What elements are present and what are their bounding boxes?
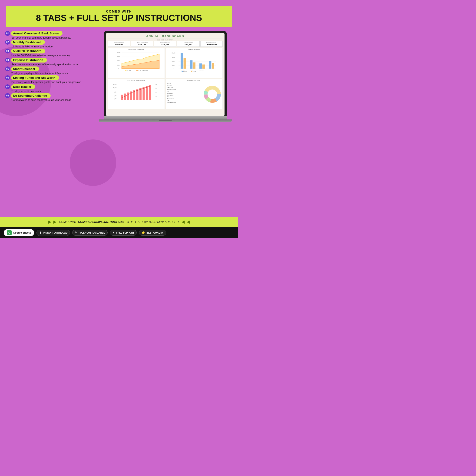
footer-text-plain: COMES WITH xyxy=(59,220,78,224)
budget-card-1: ANNUAL EXPENSES $58,105 xyxy=(131,41,153,47)
svg-text:INCOME: INCOME xyxy=(127,70,131,71)
star-icon: ⭐ xyxy=(142,231,145,234)
svg-text:25,000: 25,000 xyxy=(171,65,175,66)
feature-number-03: 03 xyxy=(5,49,10,53)
footer-arrow-right: ◄◄ xyxy=(181,219,191,225)
svg-text:10,000: 10,000 xyxy=(113,87,117,88)
dashboard-title: ANNUAL DASHBOARD xyxy=(108,35,223,38)
header-main-label: 8 TABS + FULL SET UP INSTRUCTIONS xyxy=(13,13,225,23)
svg-rect-50 xyxy=(121,95,123,100)
feature-label-06: Sinking Funds and Net Worth xyxy=(11,75,59,80)
customizable-badge[interactable]: ✎ FULLY CUSTOMIZABLE xyxy=(72,230,107,236)
laptop-base xyxy=(104,116,227,119)
feature-title-row-05: 05 Smart Calender xyxy=(5,67,93,71)
free-support-badge[interactable]: ✶ FREE SUPPORT xyxy=(110,230,137,236)
feature-title-row-06: 06 Sinking Funds and Net Worth xyxy=(5,75,93,80)
chart-money-distribution: WHERE DOES MY M... Child Care Education … xyxy=(166,79,223,109)
footer-banner: ►► COMES WITH COMPREHENSIVE INSTRUCTIONS… xyxy=(0,217,238,227)
header-sub-label: COMES WITH xyxy=(13,10,225,13)
svg-rect-39 xyxy=(191,71,192,72)
laptop-notch xyxy=(159,120,172,121)
feature-item-06: 06 Sinking Funds and Net Worth Put money… xyxy=(5,75,93,84)
budget-card-4: BEST SAVING MO... FEBRUARY xyxy=(200,41,223,47)
feature-item-07: 07 Debt Tracker Track your debt payments xyxy=(5,84,93,93)
svg-text:2,500: 2,500 xyxy=(114,98,117,100)
svg-text:5,000: 5,000 xyxy=(114,95,117,96)
svg-text:0: 0 xyxy=(173,68,174,69)
feature-item-02: 02 Monthly Dashboard 12 Monthly Tabs to … xyxy=(5,40,93,48)
budget-cards: ANNUAL INCOME $97,000 ANNUAL EXPENSES $5… xyxy=(108,41,223,47)
feature-number-05: 05 xyxy=(5,67,10,71)
svg-text:5,000: 5,000 xyxy=(117,60,120,62)
feature-number-07: 07 xyxy=(5,84,10,89)
instant-download-label: INSTANT DOWNLOAD xyxy=(43,232,68,234)
svg-text:50,000: 50,000 xyxy=(171,61,175,62)
svg-rect-52 xyxy=(127,92,129,100)
svg-rect-32 xyxy=(209,61,211,69)
svg-text:2,000: 2,000 xyxy=(155,92,158,93)
svg-text:ACTUAL: ACTUAL xyxy=(193,71,196,72)
feature-item-05: 05 Smart Calender Track your paydays, bi… xyxy=(5,67,93,75)
svg-text:0: 0 xyxy=(118,68,119,69)
dashboard: ANNUAL DASHBOARD BUDGET SUMMARY ANNUAL I… xyxy=(106,33,224,111)
budget-summary-label: BUDGET SUMMARY xyxy=(108,39,223,41)
feature-item-01: 01 Annual Overview & Bank Status Set you… xyxy=(5,31,93,39)
svg-text:BUDGET: BUDGET xyxy=(183,71,187,72)
google-sheets-label: Google Sheets xyxy=(13,231,31,234)
feature-label-08: No Spending Challenge xyxy=(11,93,51,98)
chart-annual-budget: ANNUAL BUDGET 100,000 75,000 50,000 25,0… xyxy=(166,48,223,78)
download-icon: ⬇ xyxy=(39,231,42,235)
svg-text:7,500: 7,500 xyxy=(117,56,120,57)
svg-text:4,000: 4,000 xyxy=(155,84,158,85)
svg-rect-14 xyxy=(136,70,138,71)
laptop-mockup: ANNUAL DASHBOARD BUDGET SUMMARY ANNUAL I… xyxy=(98,31,233,217)
svg-text:2,500: 2,500 xyxy=(117,64,120,66)
svg-rect-28 xyxy=(190,60,193,68)
feature-number-04: 04 xyxy=(5,58,10,63)
chart-income-vs-expenses: INCOME vs EXPENSES 10,000 7,500 5,000 2,… xyxy=(108,48,165,78)
svg-rect-33 xyxy=(212,63,214,68)
best-quality-label: BEST QUALITY xyxy=(146,232,163,234)
svg-rect-27 xyxy=(184,58,186,68)
feature-title-row-07: 07 Debt Tracker xyxy=(5,84,93,89)
bottom-bar: G Google Sheets ⬇ INSTANT DOWNLOAD ✎ FUL… xyxy=(0,227,238,238)
svg-point-67 xyxy=(207,89,217,99)
feature-title-row-01: 01 Annual Overview & Bank Status xyxy=(5,31,93,36)
instant-download-badge[interactable]: ⬇ INSTANT DOWNLOAD xyxy=(36,230,70,236)
best-quality-badge[interactable]: ⭐ BEST QUALITY xyxy=(139,230,166,236)
svg-text:SUBSCR...: SUBSCR... xyxy=(199,69,204,70)
feature-desc-02: 12 Monthly Tabs to track your budget xyxy=(5,45,93,48)
edit-icon: ✎ xyxy=(75,231,77,234)
header-banner: COMES WITH 8 TABS + FULL SET UP INSTRUCT… xyxy=(6,6,232,27)
svg-text:75,000: 75,000 xyxy=(171,57,175,58)
feature-label-02: Monthly Dashboard xyxy=(11,40,45,45)
feature-label-04: Expense Distribution xyxy=(11,58,47,63)
svg-text:1,000: 1,000 xyxy=(155,96,158,97)
feature-title-row-03: 03 50/30/20 Dashboard xyxy=(5,49,93,53)
laptop-screen: ANNUAL DASHBOARD BUDGET SUMMARY ANNUAL I… xyxy=(106,33,224,116)
svg-text:10,000: 10,000 xyxy=(117,52,121,53)
feature-desc-08: Get motivated to save money through your… xyxy=(5,98,93,102)
feature-item-03: 03 50/30/20 Dashboard Use the 50/30/20 r… xyxy=(5,49,93,57)
feature-desc-04: See how various members of the family sp… xyxy=(5,63,93,66)
laptop-screen-bezel: ANNUAL DASHBOARD BUDGET SUMMARY ANNUAL I… xyxy=(104,31,227,116)
support-icon: ✶ xyxy=(113,231,115,234)
feature-desc-05: Track your paydays, bills and important … xyxy=(5,72,93,75)
feature-label-05: Smart Calender xyxy=(11,67,39,71)
svg-rect-56 xyxy=(139,88,142,100)
svg-text:100,000: 100,000 xyxy=(171,52,175,54)
google-sheets-badge[interactable]: G Google Sheets xyxy=(4,229,34,236)
svg-text:3,000: 3,000 xyxy=(155,88,158,89)
svg-rect-30 xyxy=(199,64,202,69)
svg-text:12,500: 12,500 xyxy=(113,84,117,85)
footer-text-after: TO HELP SET UP YOUR SPREADSHEET! xyxy=(125,220,179,224)
feature-label-01: Annual Overview & Bank Status xyxy=(11,31,63,36)
customizable-label: FULLY CUSTOMIZABLE xyxy=(79,232,105,234)
svg-text:BILLS: BILLS xyxy=(191,69,193,70)
svg-rect-12 xyxy=(125,70,126,71)
svg-rect-29 xyxy=(193,62,195,68)
svg-rect-59 xyxy=(149,85,151,100)
feature-item-08: 08 No Spending Challenge Get motivated t… xyxy=(5,93,93,102)
budget-card-0: ANNUAL INCOME $97,000 xyxy=(108,41,130,47)
feature-desc-01: Set your financial summary & bank accoun… xyxy=(5,36,93,39)
